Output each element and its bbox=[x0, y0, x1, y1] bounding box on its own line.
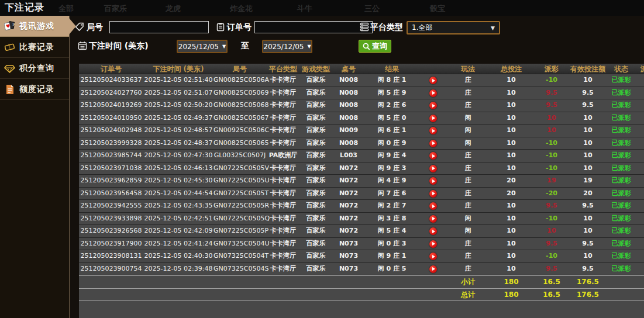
background-tab: 炸金花 bbox=[230, 4, 253, 14]
cell-total: 10 bbox=[488, 163, 534, 175]
diamond-icon bbox=[4, 63, 15, 74]
replay-button[interactable] bbox=[429, 89, 437, 97]
cell-valid: 9.5 bbox=[569, 200, 607, 212]
cell-round: GN07225C0505V bbox=[213, 163, 266, 175]
summary-total-bet: 180 bbox=[488, 276, 534, 288]
replay-button[interactable] bbox=[429, 177, 437, 185]
cell-valid: 9.5 bbox=[569, 263, 607, 275]
summary-empty-cell bbox=[79, 289, 143, 301]
replay-button[interactable] bbox=[429, 215, 437, 223]
cell-game: 百家乐 bbox=[300, 225, 332, 237]
column-header: 局号 bbox=[213, 64, 266, 74]
table-row: 2512050239007542025-12-05 02:39:48GN0732… bbox=[79, 263, 644, 276]
cell-round: GN07325C0504U bbox=[213, 238, 266, 250]
replay-button[interactable] bbox=[429, 165, 437, 172]
cell-table_no: L003 bbox=[332, 150, 366, 162]
cell-play: 庄 bbox=[447, 200, 488, 212]
summary-empty-cell bbox=[213, 289, 266, 301]
column-header: 派彩 bbox=[534, 64, 569, 74]
replay-button[interactable] bbox=[429, 127, 437, 134]
cell-total: 10 bbox=[488, 238, 534, 250]
replay-button[interactable] bbox=[429, 140, 437, 147]
cell-platform: 卡卡湾厅 bbox=[266, 74, 300, 87]
cell-platform: 卡卡湾厅 bbox=[266, 87, 300, 99]
cell-round: GN07325C0504S bbox=[213, 263, 266, 275]
chevron-down-icon: ▼ bbox=[222, 44, 226, 49]
document-icon bbox=[4, 84, 15, 95]
cell-time: 2025-12-05 02:48:57 bbox=[143, 125, 213, 137]
column-header: 玩法 bbox=[447, 64, 488, 74]
cell-total: 10 bbox=[488, 263, 534, 275]
cell-game: 百家乐 bbox=[300, 125, 332, 137]
cell-payout: -10 bbox=[534, 150, 569, 162]
query-button[interactable]: 查询 bbox=[359, 40, 391, 53]
summary-empty-cell bbox=[366, 289, 418, 301]
sidebar-item-points-query[interactable]: 积分查询 bbox=[0, 58, 69, 79]
cell-payout: -10 bbox=[534, 250, 569, 262]
sidebar-item-quota-records[interactable]: 额度记录 bbox=[0, 79, 69, 100]
cell-payout: 9.5 bbox=[534, 200, 569, 212]
replay-button[interactable] bbox=[429, 152, 437, 160]
cell-play: 庄 bbox=[447, 175, 488, 187]
cell-table_no: N073 bbox=[332, 263, 366, 275]
platform-type-select[interactable]: 1.全部 ▼ bbox=[407, 21, 500, 34]
order-number-input[interactable] bbox=[254, 21, 373, 33]
replay-button[interactable] bbox=[429, 190, 437, 198]
cell-result: 闲 8 庄 1 bbox=[366, 74, 418, 87]
cell-payout-time bbox=[636, 137, 644, 150]
summary-empty-cell bbox=[366, 276, 418, 288]
summary-empty-cell bbox=[266, 289, 300, 301]
cell-valid: 10 bbox=[569, 137, 607, 150]
cards-icon: 9 ♥ bbox=[4, 21, 15, 32]
cell-table_no: N009 bbox=[332, 125, 366, 137]
cell-round: GN07325C0504T bbox=[213, 250, 266, 262]
round-number-input[interactable] bbox=[109, 21, 209, 33]
cell-time: 2025-12-05 02:39:48 bbox=[143, 263, 213, 275]
cell-payout-time bbox=[636, 99, 644, 112]
background-tab: 全部 bbox=[58, 4, 74, 14]
summary-empty-cell bbox=[332, 276, 366, 288]
bet-records-table: 订单号下注时间 (美东)局号平台类型游戏类型桌号结果玩法总投注派彩有效投注额状态… bbox=[79, 64, 644, 318]
cell-total: 10 bbox=[488, 200, 534, 212]
table-row: 2512050240029482025-12-05 02:48:57GN0092… bbox=[79, 125, 644, 137]
date-from-value: 2025/12/05 bbox=[178, 43, 219, 51]
table-row: 2512050239338982025-12-05 02:42:51GN0722… bbox=[79, 213, 644, 226]
cell-payout-time bbox=[636, 175, 644, 187]
cell-result: 闲 9 庄 1 bbox=[366, 250, 418, 262]
replay-button[interactable] bbox=[429, 240, 437, 248]
replay-button[interactable] bbox=[429, 265, 437, 273]
replay-button[interactable] bbox=[429, 77, 437, 84]
cell-time: 2025-12-05 02:50:20 bbox=[143, 99, 213, 112]
cell-status: 已派彩 bbox=[607, 263, 636, 275]
query-button-label: 查询 bbox=[372, 41, 387, 51]
cell-platform: 卡卡湾厅 bbox=[266, 238, 300, 250]
replay-button[interactable] bbox=[429, 102, 437, 109]
cell-game: 百家乐 bbox=[300, 188, 332, 200]
cell-game: 百家乐 bbox=[300, 250, 332, 262]
date-from-picker[interactable]: 2025/12/05 ▼ bbox=[177, 40, 228, 53]
replay-button[interactable] bbox=[429, 227, 437, 235]
clipboard-icon bbox=[216, 22, 225, 32]
cell-valid: 19 bbox=[569, 175, 607, 187]
replay-cell bbox=[418, 250, 447, 262]
summary-empty-cell bbox=[143, 289, 213, 301]
table-row: 2512050239564582025-12-05 02:44:54GN0722… bbox=[79, 188, 644, 201]
replay-button[interactable] bbox=[429, 202, 437, 210]
sidebar-item-video-games[interactable]: 9 ♥ 视讯游戏 bbox=[0, 16, 69, 37]
cell-status: 已派彩 bbox=[607, 74, 636, 87]
cell-total: 10 bbox=[488, 99, 534, 112]
replay-button[interactable] bbox=[429, 253, 437, 260]
sidebar-item-label: 额度记录 bbox=[19, 84, 54, 95]
background-tab: 三公 bbox=[364, 4, 380, 14]
cell-status: 已派彩 bbox=[607, 250, 636, 262]
cell-game: 百家乐 bbox=[300, 200, 332, 212]
cell-payout-time bbox=[636, 87, 644, 99]
table-row: 2512050239265682025-12-05 02:42:09GN0722… bbox=[79, 225, 644, 238]
cell-payout: 10 bbox=[534, 112, 569, 125]
date-to-picker[interactable]: 2025/12/05 ▼ bbox=[262, 40, 312, 53]
column-header: 有效投注额 bbox=[569, 64, 607, 74]
cell-order: 251205023999328 bbox=[79, 137, 143, 150]
sidebar-item-match-records[interactable]: 比赛记录 bbox=[0, 37, 69, 58]
replay-button[interactable] bbox=[429, 115, 437, 122]
cell-platform: 卡卡湾厅 bbox=[266, 99, 300, 112]
